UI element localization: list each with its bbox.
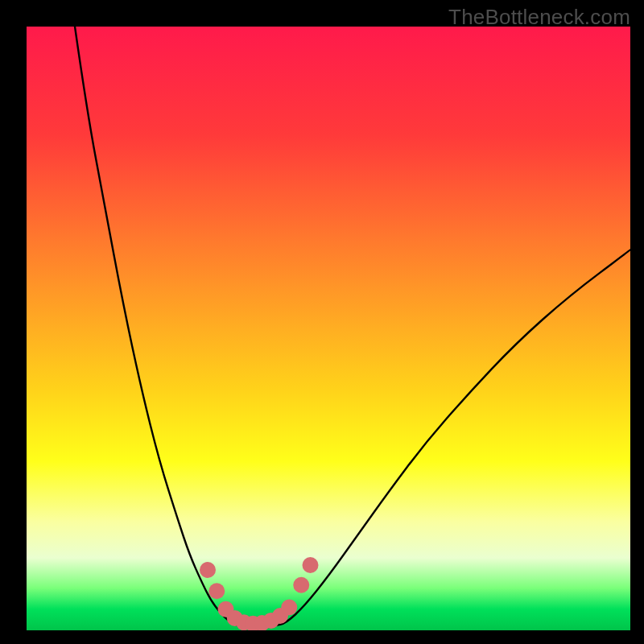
gradient-background bbox=[27, 27, 630, 630]
marker-dot bbox=[293, 577, 309, 593]
marker-dot bbox=[200, 562, 216, 578]
marker-dot bbox=[281, 600, 297, 616]
marker-dot bbox=[208, 583, 225, 599]
marker-dot bbox=[303, 557, 319, 573]
outer-frame: TheBottleneck.com bbox=[0, 0, 644, 644]
plot-area bbox=[27, 27, 630, 630]
chart-svg bbox=[27, 27, 630, 630]
